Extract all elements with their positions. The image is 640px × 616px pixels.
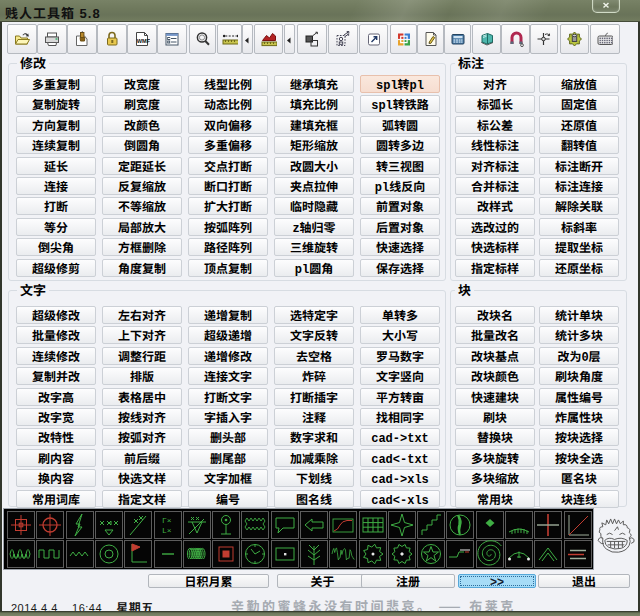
svg-text:L×: L× [162, 526, 172, 535]
svg-text:WMF: WMF [137, 38, 150, 44]
svg-text:Γ×: Γ× [162, 516, 172, 525]
